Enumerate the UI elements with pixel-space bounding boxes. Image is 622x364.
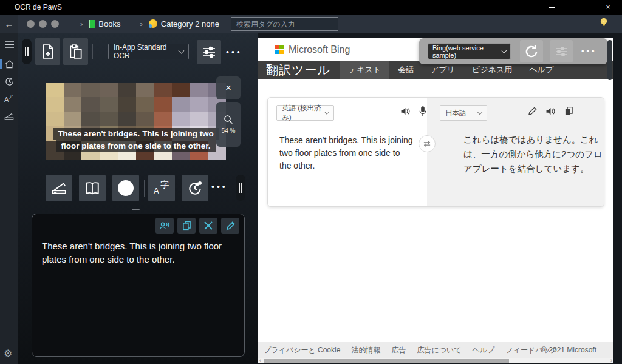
bing-webview: Microsoft Bing Bing(web service sample) … — [258, 38, 613, 363]
maximize-icon — [578, 5, 583, 10]
bing-footer: プライバシーと Cookie法的情報広告広告についてヘルプフィードバック© 20… — [258, 342, 613, 358]
target-language-value: 日本語 — [445, 109, 466, 118]
vertical-scrollbar-thumb[interactable] — [607, 40, 612, 80]
history-button[interactable] — [182, 175, 208, 201]
back-button[interactable]: ← — [0, 15, 18, 33]
record-circle-icon — [118, 180, 134, 196]
nav-dot-2[interactable] — [39, 20, 47, 28]
swap-languages-button[interactable] — [419, 135, 436, 152]
sliders-icon — [554, 44, 569, 59]
speaker-icon[interactable] — [400, 107, 411, 116]
preview-image[interactable]: These aren't bridges. This is joining tw… — [46, 83, 226, 160]
translate-button[interactable]: A 字 — [148, 175, 175, 201]
maximize-button[interactable] — [566, 0, 594, 15]
open-file-button[interactable] — [35, 38, 60, 65]
breadcrumb-books[interactable]: Books — [98, 19, 120, 29]
translate-icon: A 字 — [154, 181, 169, 195]
pencil-icon — [226, 221, 235, 231]
green-book-icon — [89, 20, 95, 28]
more-options-button[interactable]: ••• — [226, 47, 242, 57]
footer-link-ヘルプ[interactable]: ヘルプ — [473, 345, 495, 356]
sidebar-item-home[interactable] — [0, 57, 18, 72]
close-icon: × — [225, 82, 231, 94]
web-more-button[interactable]: ••• — [581, 47, 597, 56]
person-speaking-icon — [159, 221, 170, 231]
footer-link-プライバシーと Cookie[interactable]: プライバシーと Cookie — [264, 345, 340, 356]
mosaic-row — [46, 83, 226, 97]
mosaic-row — [46, 112, 226, 126]
scan-button[interactable] — [46, 175, 72, 201]
gear-icon: ⚙ — [4, 348, 15, 359]
paste-clipboard-button[interactable] — [63, 38, 88, 65]
more-tools-button[interactable]: ••• — [211, 182, 228, 192]
source-language-dropdown[interactable]: 英語 (検出済み) — [276, 105, 334, 121]
copy-icon[interactable] — [564, 106, 573, 116]
source-text[interactable]: These aren't bridges. This is joining tw… — [279, 134, 413, 172]
resize-grip[interactable] — [132, 209, 140, 210]
ocr-mode-value: In-App Standard OCR — [114, 43, 179, 60]
settings-gear-button[interactable]: ⚙ — [0, 346, 18, 360]
toolbar-separator — [92, 44, 93, 59]
magnifier-icon — [224, 115, 233, 124]
hamburger-menu-button[interactable] — [0, 37, 18, 52]
tab-テキスト[interactable]: テキスト — [340, 61, 389, 79]
refresh-button[interactable] — [520, 40, 543, 62]
close-preview-button[interactable]: × — [216, 76, 241, 99]
sliders-icon — [202, 45, 216, 59]
horizontal-scrollbar[interactable]: ‹ › — [258, 358, 613, 363]
toolbar-drag-handle-2[interactable] — [236, 175, 245, 201]
horizontal-scrollbar-thumb[interactable] — [264, 359, 509, 363]
minimize-icon — [549, 7, 555, 8]
chevron-down-icon — [325, 110, 330, 115]
footer-link-広告[interactable]: 広告 — [391, 345, 406, 356]
swap-arrows-icon — [423, 140, 431, 147]
sidebar-item-history[interactable] — [0, 74, 18, 89]
web-settings-button[interactable] — [550, 40, 573, 62]
footer-link-法的情報[interactable]: 法的情報 — [351, 345, 380, 356]
ocr-text-panel: These aren't bridges. This is joining tw… — [32, 214, 245, 357]
edit-text-button[interactable] — [221, 218, 239, 234]
copy-text-button[interactable] — [177, 218, 196, 234]
nav-dot-1[interactable] — [27, 20, 35, 28]
target-language-dropdown[interactable]: 日本語 — [440, 105, 487, 121]
translated-text[interactable]: これらは橋ではありません。これは、一方の側から他方に2つのフロアプレートを結合し… — [463, 133, 608, 177]
subtitle-caption: These aren't bridges. This is joining tw… — [46, 128, 226, 152]
zoom-control[interactable]: 54 % — [216, 102, 241, 147]
chevron-down-icon — [477, 110, 482, 115]
ocr-settings-button[interactable] — [197, 40, 221, 64]
category-emoji-icon — [149, 19, 157, 28]
clear-text-button[interactable] — [199, 218, 217, 234]
close-button[interactable]: × — [594, 0, 622, 15]
record-button[interactable] — [112, 175, 139, 201]
minimize-button[interactable] — [538, 0, 566, 15]
pencil-icon[interactable] — [528, 107, 537, 116]
sidebar-item-translate[interactable]: A ア — [0, 92, 18, 106]
floating-toolbar: Bing(web service sample) ••• — [419, 38, 607, 64]
scanner-icon — [51, 181, 67, 195]
microphone-icon[interactable] — [419, 106, 426, 116]
title-bar: OCR de PawS × — [0, 0, 622, 15]
nav-bar: ← › Books › Category 2 none — [0, 15, 622, 33]
search-input[interactable] — [231, 17, 338, 31]
read-aloud-button[interactable] — [156, 218, 174, 234]
speaker-icon[interactable] — [545, 107, 556, 116]
tab-会話[interactable]: 会話 — [389, 61, 422, 79]
toolbar-drag-handle[interactable] — [22, 39, 32, 64]
hint-lightbulb-icon[interactable] — [599, 17, 609, 27]
nav-dot-3[interactable] — [51, 20, 59, 28]
sidebar-item-scanner[interactable] — [0, 109, 18, 123]
breadcrumb-category[interactable]: Category 2 none — [161, 19, 219, 29]
service-dropdown[interactable]: Bing(web service sample) — [428, 43, 511, 59]
scroll-right-arrow[interactable]: › — [610, 357, 612, 363]
ocr-result-text[interactable]: These aren't bridges. This is joining tw… — [42, 240, 224, 266]
preview-zoom-overlay: × 54 % — [216, 76, 241, 147]
translator-card: 英語 (検出済み) 日本語 These aren't bridges. This… — [267, 97, 604, 207]
left-sidebar: A ア ⚙ — [0, 33, 18, 364]
book-mode-button[interactable] — [79, 175, 106, 201]
refresh-icon — [524, 44, 539, 59]
scroll-left-arrow[interactable]: ‹ — [259, 357, 261, 363]
footer-link-広告について[interactable]: 広告について — [417, 345, 461, 356]
ocr-mode-dropdown[interactable]: In-App Standard OCR — [108, 44, 189, 59]
close-icon: × — [606, 3, 610, 12]
bing-brand[interactable]: Microsoft Bing — [289, 44, 350, 55]
